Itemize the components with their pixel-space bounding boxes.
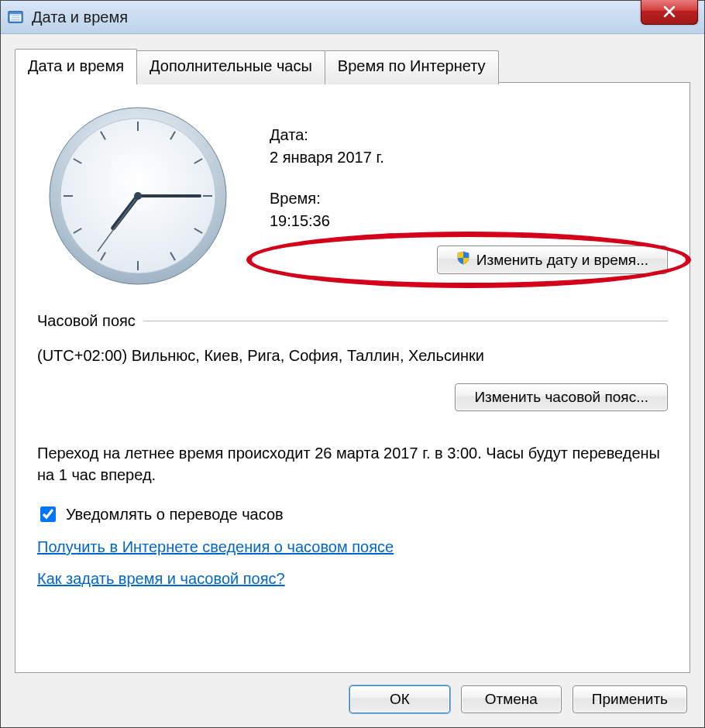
date-value: 2 января 2017 г.	[270, 149, 668, 167]
timezone-section-header: Часовой пояс	[37, 312, 668, 330]
apply-button[interactable]: Применить	[573, 685, 687, 713]
change-timezone-button[interactable]: Изменить часовой пояс...	[455, 383, 668, 411]
close-button[interactable]	[641, 0, 698, 25]
svg-point-22	[134, 192, 142, 200]
dst-notify-row[interactable]: Уведомлять о переводе часов	[37, 504, 668, 524]
timezone-section-label: Часовой пояс	[37, 312, 136, 330]
date-label: Дата:	[270, 126, 668, 144]
tab-panel-datetime: Дата: 2 января 2017 г. Время: 19:15:36	[15, 82, 690, 673]
datetime-cpl-icon	[7, 9, 24, 26]
datetime-info: Дата: 2 января 2017 г. Время: 19:15:36	[270, 103, 668, 289]
change-datetime-label: Изменить дату и время...	[476, 252, 648, 269]
client-area: Дата и время Дополнительные часы Время п…	[1, 34, 704, 727]
datetime-row: Дата: 2 января 2017 г. Время: 19:15:36	[37, 103, 668, 289]
tab-additional-clocks[interactable]: Дополнительные часы	[136, 50, 325, 84]
link-timezone-info[interactable]: Получить в Интернете сведения о часовом …	[37, 538, 394, 556]
divider	[143, 321, 668, 321]
change-datetime-button[interactable]: Изменить дату и время...	[437, 246, 668, 274]
titlebar[interactable]: Дата и время	[1, 1, 704, 34]
cancel-label: Отмена	[485, 691, 538, 708]
cancel-button[interactable]: Отмена	[461, 685, 562, 713]
analog-clock	[37, 103, 239, 289]
tab-label: Время по Интернету	[338, 57, 486, 74]
timezone-value: (UTC+02:00) Вильнюс, Киев, Рига, София, …	[37, 347, 668, 365]
window-title: Дата и время	[32, 9, 128, 26]
clock-face-icon	[45, 103, 231, 289]
time-value: 19:15:36	[270, 212, 668, 230]
tab-internet-time[interactable]: Время по Интернету	[325, 50, 499, 84]
dialog-window: Дата и время Дата и время Дополнительные…	[0, 0, 705, 728]
dst-notify-label: Уведомлять о переводе часов	[66, 506, 284, 524]
close-icon	[662, 5, 676, 19]
dialog-button-row: ОК Отмена Применить	[15, 685, 690, 713]
time-label: Время:	[270, 190, 668, 208]
change-timezone-label: Изменить часовой пояс...	[474, 389, 648, 406]
dst-notify-checkbox[interactable]	[40, 507, 56, 522]
apply-label: Применить	[592, 691, 668, 708]
tab-datetime[interactable]: Дата и время	[15, 49, 137, 83]
ok-label: ОК	[390, 691, 410, 708]
dst-info-text: Переход на летнее время происходит 26 ма…	[37, 442, 668, 486]
tab-label: Дата и время	[28, 57, 124, 74]
ok-button[interactable]: ОК	[349, 685, 450, 713]
shield-icon	[456, 251, 470, 269]
tab-strip: Дата и время Дополнительные часы Время п…	[15, 48, 690, 82]
link-howto-set-time[interactable]: Как задать время и часовой пояс?	[37, 570, 285, 588]
tab-label: Дополнительные часы	[150, 57, 312, 74]
